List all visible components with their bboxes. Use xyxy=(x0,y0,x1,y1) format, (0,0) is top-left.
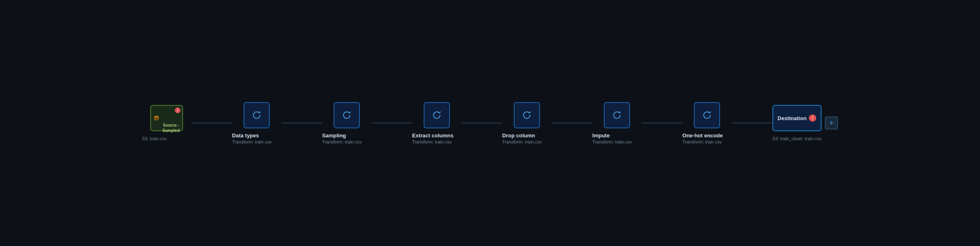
refresh-icon-3 xyxy=(521,109,533,121)
extract-columns-node-wrapper: Extract columns Transform: train.csv xyxy=(412,102,461,144)
data-types-title: Data types xyxy=(232,132,281,139)
one-hot-encode-title: One-hot encode xyxy=(682,132,732,139)
source-node-wrapper: Source - Sampled ! S3: train.csv xyxy=(142,105,191,141)
sampling-node[interactable] xyxy=(334,102,360,128)
destination-label-text: Destination xyxy=(778,115,807,121)
drop-column-label-area: Drop column Transform: train.csv xyxy=(502,132,551,144)
refresh-icon-0 xyxy=(251,109,262,121)
extract-columns-title: Extract columns xyxy=(412,132,461,139)
destination-node[interactable]: Destination ! xyxy=(772,105,822,131)
add-node-button[interactable]: + xyxy=(825,116,838,130)
drop-column-node[interactable] xyxy=(514,102,540,128)
impute-label-area: Impute Transform: train.csv xyxy=(592,132,641,144)
refresh-icon-4 xyxy=(611,109,623,121)
database-icon xyxy=(154,112,159,124)
extract-columns-label-area: Extract columns Transform: train.csv xyxy=(412,132,461,144)
impute-title: Impute xyxy=(592,132,641,139)
source-subtitle: S3: train.csv xyxy=(142,136,191,141)
sampling-title: Sampling xyxy=(322,132,371,139)
refresh-icon-1 xyxy=(341,109,352,121)
source-sampled-text: Source - Sampled xyxy=(163,123,180,133)
destination-subtitle: S3: train_clean: train.csv xyxy=(772,136,822,141)
data-types-label-area: Data types Transform: train.csv xyxy=(232,132,281,144)
one-hot-encode-label-area: One-hot encode Transform: train.csv xyxy=(682,132,732,144)
connector-6 xyxy=(732,123,772,123)
destination-node-wrapper: Destination ! S3: train_clean: train.csv xyxy=(772,105,822,141)
pipeline-flow: Source - Sampled ! S3: train.csv Data ty… xyxy=(142,102,838,144)
source-alert-icon: ! xyxy=(175,107,181,113)
one-hot-encode-node-wrapper: One-hot encode Transform: train.csv xyxy=(682,102,732,144)
refresh-icon-5 xyxy=(701,109,713,121)
extract-columns-subtitle: Transform: train.csv xyxy=(412,139,461,144)
connector-2 xyxy=(371,123,412,123)
destination-label-area: S3: train_clean: train.csv xyxy=(772,135,822,141)
source-label-area: S3: train.csv xyxy=(142,135,191,141)
connector-0 xyxy=(191,123,232,123)
data-types-node-wrapper: Data types Transform: train.csv xyxy=(232,102,281,144)
sampling-label-area: Sampling Transform: train.csv xyxy=(322,132,371,144)
refresh-icon-2 xyxy=(431,109,443,121)
drop-column-subtitle: Transform: train.csv xyxy=(502,139,551,144)
impute-node-wrapper: Impute Transform: train.csv xyxy=(592,102,641,144)
impute-node[interactable] xyxy=(604,102,630,128)
pipeline-canvas: Source - Sampled ! S3: train.csv Data ty… xyxy=(0,0,980,246)
one-hot-encode-node[interactable] xyxy=(694,102,720,128)
connector-3 xyxy=(461,123,502,123)
one-hot-encode-subtitle: Transform: train.csv xyxy=(682,139,732,144)
data-types-subtitle: Transform: train.csv xyxy=(232,139,281,144)
impute-subtitle: Transform: train.csv xyxy=(592,139,641,144)
extract-columns-node[interactable] xyxy=(424,102,450,128)
source-node[interactable]: Source - Sampled ! xyxy=(150,105,183,131)
destination-alert-icon: ! xyxy=(809,114,816,122)
connector-1 xyxy=(281,123,322,123)
connector-4 xyxy=(551,123,592,123)
drop-column-title: Drop column xyxy=(502,132,551,139)
data-types-node[interactable] xyxy=(244,102,270,128)
drop-column-node-wrapper: Drop column Transform: train.csv xyxy=(502,102,551,144)
connector-5 xyxy=(641,123,682,123)
sampling-subtitle: Transform: train.csv xyxy=(322,139,371,144)
sampling-node-wrapper: Sampling Transform: train.csv xyxy=(322,102,371,144)
